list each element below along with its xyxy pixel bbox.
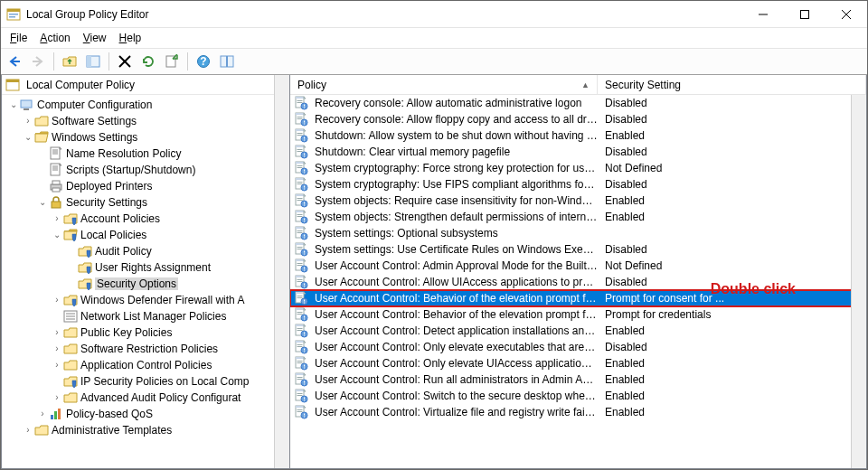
policy-icon (294, 258, 308, 273)
tree-item-sec[interactable]: ⌄Security Settings (2, 194, 289, 211)
close-button[interactable] (826, 1, 867, 27)
shield-icon (63, 374, 78, 389)
policy-row[interactable]: User Account Control: Detect application… (290, 323, 866, 339)
back-button[interactable] (5, 52, 24, 71)
policy-icon (294, 96, 308, 110)
tree-pane[interactable]: Local Computer Policy ⌄Computer Configur… (1, 75, 290, 469)
svg-rect-115 (297, 263, 303, 264)
expand-toggle[interactable]: › (51, 212, 63, 225)
tree-item-ws[interactable]: ⌄Windows Settings (2, 129, 289, 146)
tree-item-lp[interactable]: ⌄Local Policies (2, 227, 289, 243)
tree-item-audit[interactable]: Audit Policy (2, 243, 289, 259)
expand-toggle[interactable]: ⌄ (22, 131, 34, 144)
tree-item-aapc[interactable]: ›Advanced Audit Policy Configurat (2, 390, 289, 406)
policy-row[interactable]: Shutdown: Clear virtual memory pagefileD… (290, 144, 866, 160)
svg-rect-46 (297, 102, 303, 103)
policy-row[interactable]: User Account Control: Switch to the secu… (290, 388, 866, 404)
policy-row[interactable]: System objects: Require case insensitivi… (290, 193, 866, 209)
expand-toggle[interactable]: › (22, 424, 34, 437)
tree-item-ura[interactable]: User Rights Assignment (2, 259, 289, 276)
show-hide-tree-button[interactable] (83, 52, 103, 71)
svg-rect-123 (297, 281, 303, 282)
folder-icon (34, 423, 49, 437)
svg-rect-151 (297, 346, 303, 347)
tree-item-label: Windows Defender Firewall with A (80, 294, 244, 306)
policy-setting: Not Defined (598, 259, 866, 272)
policy-row[interactable]: System objects: Strengthen default permi… (290, 209, 866, 225)
tree-item-ap[interactable]: ›Account Policies (2, 211, 289, 227)
menu-action[interactable]: Action (34, 30, 75, 46)
policy-row[interactable]: Recovery console: Allow floppy copy and … (290, 111, 866, 127)
expand-toggle[interactable]: › (51, 359, 63, 371)
tree-item-scripts[interactable]: Scripts (Startup/Shutdown) (2, 162, 289, 178)
annotation-callout: Double click (711, 281, 796, 297)
tree-item-at[interactable]: ›Administrative Templates (2, 422, 289, 438)
policy-row[interactable]: User Account Control: Run all administra… (290, 371, 866, 388)
column-setting[interactable]: Security Setting (598, 75, 866, 95)
tree-item-pbq[interactable]: ›Policy-based QoS (2, 406, 289, 422)
expand-toggle[interactable]: › (51, 391, 63, 404)
tree-item-nrp[interactable]: Name Resolution Policy (2, 146, 289, 162)
tree-item-cc[interactable]: ⌄Computer Configuration (2, 97, 289, 113)
policy-row[interactable]: System settings: Optional subsystems (290, 225, 866, 241)
policy-row[interactable]: Recovery console: Allow automatic admini… (290, 95, 866, 111)
svg-rect-128 (296, 292, 304, 294)
tree-item-srp[interactable]: ›Software Restriction Policies (2, 341, 289, 357)
svg-rect-139 (304, 316, 305, 318)
policy-icon (294, 145, 308, 159)
tree-item-ss[interactable]: ›Software Settings (2, 113, 289, 129)
expand-toggle[interactable]: › (22, 115, 34, 127)
expand-toggle[interactable]: ⌄ (36, 196, 49, 209)
delete-button[interactable] (115, 52, 135, 71)
menu-view[interactable]: View (78, 30, 112, 46)
refresh-button[interactable] (138, 52, 158, 71)
svg-rect-150 (297, 344, 303, 345)
tree-item-dp[interactable]: Deployed Printers (2, 178, 289, 194)
policy-row[interactable]: User Account Control: Only elevate execu… (290, 339, 866, 355)
svg-rect-1 (7, 9, 20, 12)
folder-icon (63, 325, 78, 340)
minimize-button[interactable] (742, 1, 784, 27)
policy-row[interactable]: System cryptography: Use FIPS compliant … (290, 176, 866, 193)
policy-row[interactable]: User Account Control: Behavior of the el… (290, 306, 866, 323)
maximize-button[interactable] (784, 1, 826, 27)
forward-button[interactable] (28, 52, 48, 71)
tree-item-label: Administrative Templates (52, 424, 172, 437)
column-setting-label: Security Setting (605, 79, 681, 91)
svg-rect-88 (297, 200, 303, 201)
svg-rect-55 (304, 121, 305, 123)
svg-rect-121 (296, 276, 304, 277)
tree-item-pkp[interactable]: ›Public Key Policies (2, 324, 289, 341)
tree-item-wdfw[interactable]: ›Windows Defender Firewall with A (2, 292, 289, 308)
tree-item-so[interactable]: Security Options (2, 276, 289, 292)
expand-toggle[interactable]: › (36, 408, 49, 420)
policy-row[interactable]: User Account Control: Only elevate UIAcc… (290, 355, 866, 371)
up-folder-button[interactable] (60, 52, 80, 71)
expand-toggle[interactable]: ⌄ (51, 229, 63, 241)
export-button[interactable] (162, 52, 182, 71)
column-policy[interactable]: Policy ▲ (290, 75, 598, 95)
filter-button[interactable] (217, 52, 237, 71)
svg-rect-56 (304, 124, 305, 125)
expand-toggle[interactable]: › (51, 294, 63, 306)
expand-toggle[interactable]: ⌄ (7, 99, 20, 111)
tree-root-label: Local Computer Policy (26, 79, 135, 91)
tree-item-ipsec[interactable]: IP Security Policies on Local Comp (2, 373, 289, 390)
tree-item-nlmp[interactable]: Network List Manager Policies (2, 308, 289, 324)
expand-toggle[interactable]: › (51, 343, 63, 355)
menu-help[interactable]: Help (114, 30, 147, 46)
menu-file[interactable]: File (5, 30, 33, 46)
policy-row[interactable]: User Account Control: Admin Approval Mod… (290, 258, 866, 274)
policy-row[interactable]: System cryptography: Force strong key pr… (290, 160, 866, 176)
policy-row[interactable]: System settings: Use Certificate Rules o… (290, 241, 866, 258)
expand-toggle[interactable]: › (51, 326, 63, 339)
policy-setting: Enabled (598, 390, 866, 402)
svg-rect-97 (304, 219, 305, 221)
tree-item-acp[interactable]: ›Application Control Policies (2, 357, 289, 373)
help-button[interactable]: ? (193, 52, 213, 71)
policy-row[interactable]: User Account Control: Virtualize file an… (290, 404, 866, 420)
policy-setting: Disabled (598, 97, 866, 109)
list-pane[interactable]: Policy ▲ Security Setting Recovery conso… (290, 75, 867, 469)
policy-row[interactable]: Shutdown: Allow system to be shut down w… (290, 127, 866, 144)
shield-icon (63, 212, 78, 226)
